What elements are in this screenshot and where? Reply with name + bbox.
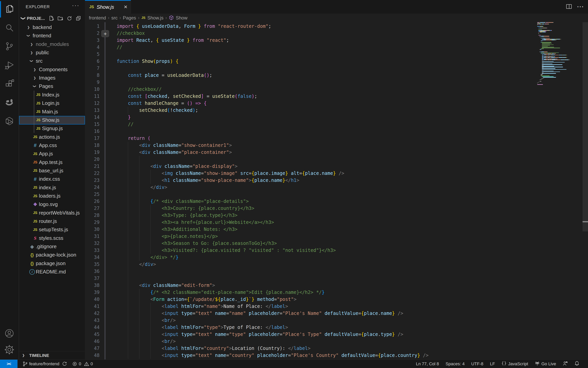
code-line-46[interactable]: <br/>: [117, 338, 176, 345]
tree-item-main-js[interactable]: JSMain.js: [19, 108, 85, 116]
line-number[interactable]: 34: [85, 254, 100, 261]
code-line-24[interactable]: </div>: [117, 184, 167, 191]
tree-item-index-js[interactable]: JSIndex.js: [19, 91, 85, 99]
code-line-13[interactable]: setChecked(!checked);: [117, 107, 198, 114]
line-number[interactable]: 9: [85, 79, 100, 86]
code-line-10[interactable]: //checkbox//: [117, 86, 162, 93]
tree-item-node-modules[interactable]: ❯node_modules: [19, 40, 85, 49]
activity-extension-b[interactable]: [0, 112, 19, 131]
tree-item-images[interactable]: ❯Images: [19, 74, 85, 82]
line-number[interactable]: 2: [85, 30, 100, 37]
split-editor-icon[interactable]: [566, 3, 572, 10]
status-notifications[interactable]: [574, 361, 579, 367]
line-number[interactable]: 4: [85, 44, 100, 51]
activity-extensions[interactable]: [0, 75, 19, 93]
line-number[interactable]: 35: [85, 261, 100, 268]
tree-item-app-js[interactable]: JSApp.js: [19, 150, 85, 158]
line-number[interactable]: 12: [85, 100, 100, 107]
line-number[interactable]: 44: [85, 324, 100, 331]
refresh-explorer-icon[interactable]: [66, 16, 72, 21]
line-number[interactable]: 8: [85, 72, 100, 79]
line-number[interactable]: 26: [85, 198, 100, 205]
tree-item-src[interactable]: ❯src: [19, 57, 85, 65]
tree-item--gitignore[interactable]: ◈.gitignore: [19, 242, 85, 251]
code-line-26[interactable]: {/* <div className="place-details">: [117, 198, 249, 205]
breadcrumb-item-show[interactable]: Show: [176, 15, 187, 21]
tree-item-logo-svg[interactable]: ❖logo.svg: [19, 200, 85, 209]
activity-explorer[interactable]: [0, 0, 19, 19]
breadcrumb-item-src[interactable]: src: [111, 15, 118, 21]
line-number[interactable]: 19: [85, 149, 100, 156]
line-number[interactable]: 17: [85, 135, 100, 142]
line-number[interactable]: 39: [85, 289, 100, 296]
code-line-30[interactable]: <h3>Additional Notes: </h3>: [117, 226, 237, 233]
activity-search[interactable]: [0, 19, 19, 37]
line-number[interactable]: 21: [85, 163, 100, 170]
explorer-more-actions-icon[interactable]: ···: [72, 2, 80, 9]
status-indentation[interactable]: Spaces: 4: [446, 361, 465, 367]
line-number[interactable]: 41: [85, 303, 100, 310]
tree-item-router-js[interactable]: JSrouter.js: [19, 217, 85, 226]
tree-item-package-json[interactable]: {}package.json: [19, 259, 85, 268]
minimap[interactable]: [537, 22, 578, 86]
activity-accounts[interactable]: [0, 324, 19, 343]
code-line-23[interactable]: <h1 className="show-place-name">{place.n…: [117, 177, 299, 184]
tab-show-js[interactable]: JS Show.js ✕: [85, 0, 131, 14]
code-line-19[interactable]: <div className="place-container">: [117, 149, 232, 156]
code-line-32[interactable]: <h3>Season to Go: {place.seasonToGo}</h3…: [117, 240, 277, 247]
line-number[interactable]: 7: [85, 65, 100, 72]
code-line-41[interactable]: <label htmlFor="name">Name of Place: </l…: [117, 303, 288, 310]
code-line-2[interactable]: //checkbox: [117, 30, 145, 37]
line-number[interactable]: 16: [85, 128, 100, 135]
tree-item-actions-js[interactable]: JSactions.js: [19, 133, 85, 141]
tree-item-loaders-js[interactable]: JSloaders.js: [19, 192, 85, 200]
line-number[interactable]: 10: [85, 86, 100, 93]
code-line-47[interactable]: <label htmlFor="country">Location (Count…: [117, 345, 310, 352]
tree-item-public[interactable]: ❯public: [19, 48, 85, 57]
code-line-12[interactable]: const handleChange = () => {: [117, 100, 207, 107]
tree-item-base-url-js[interactable]: JSbase_url.js: [19, 166, 85, 175]
tree-item-reportwebvitals-js[interactable]: JSreportWebVitals.js: [19, 209, 85, 217]
line-number[interactable]: 1: [85, 23, 100, 30]
code-line-44[interactable]: <label htmlFor="type">Type of Place: </l…: [117, 324, 288, 331]
new-folder-icon[interactable]: [57, 16, 63, 21]
tree-item-frontend[interactable]: ❯frontend: [19, 31, 85, 40]
add-comment-badge[interactable]: +: [101, 30, 109, 37]
git-branch-item[interactable]: feature/frontend: [23, 361, 67, 367]
activity-run-and-debug[interactable]: [0, 56, 19, 75]
activity-source-control[interactable]: [0, 37, 19, 56]
code-line-40[interactable]: <Form action={`/update/${place._id}`} me…: [117, 296, 297, 303]
line-number[interactable]: 43: [85, 317, 100, 324]
code-line-6[interactable]: function Show(props) {: [117, 58, 179, 65]
code-line-33[interactable]: <h3>Visited?: {place.visited ? "visited"…: [117, 247, 336, 254]
code-line-34[interactable]: </div> */}: [117, 254, 179, 261]
code-line-45[interactable]: <input type="text" name="type" placehold…: [117, 331, 403, 338]
code-line-38[interactable]: <div className="edit-form">: [117, 282, 215, 289]
tree-item-pages[interactable]: ❯Pages: [19, 82, 85, 91]
line-number[interactable]: 13: [85, 107, 100, 114]
collapse-folders-icon[interactable]: [76, 16, 81, 21]
line-number[interactable]: 28: [85, 212, 100, 219]
breadcrumb-item-pages[interactable]: Pages: [123, 15, 136, 21]
tree-item-package-lock-json[interactable]: {}package-lock.json: [19, 251, 85, 259]
code-line-48[interactable]: <input type="text" name="country" placeh…: [117, 352, 429, 359]
code-line-14[interactable]: }: [117, 114, 131, 121]
code-line-3[interactable]: import React, { useState } from "react";: [117, 37, 229, 44]
line-number[interactable]: 31: [85, 233, 100, 240]
status-encoding[interactable]: UTF-8: [471, 361, 483, 367]
new-file-icon[interactable]: [48, 16, 54, 21]
status-cursor-position[interactable]: Ln 77, Col 8: [416, 361, 439, 367]
code-line-42[interactable]: <input type="text" name="name" placehold…: [117, 310, 403, 317]
line-number[interactable]: 24: [85, 184, 100, 191]
code-line-17[interactable]: return (: [117, 135, 150, 142]
code-line-15[interactable]: //: [117, 121, 134, 128]
line-number[interactable]: 38: [85, 282, 100, 289]
code-line-35[interactable]: </div>: [117, 261, 156, 268]
status-go-live[interactable]: Go Live: [535, 361, 556, 367]
activity-extension-a[interactable]: [0, 93, 19, 112]
line-number[interactable]: 22: [85, 170, 100, 177]
status-eol[interactable]: LF: [490, 361, 495, 367]
close-tab-icon[interactable]: ✕: [124, 4, 127, 10]
timeline-section-header[interactable]: ❯ TIMELINE: [19, 351, 85, 360]
line-number[interactable]: 27: [85, 205, 100, 212]
